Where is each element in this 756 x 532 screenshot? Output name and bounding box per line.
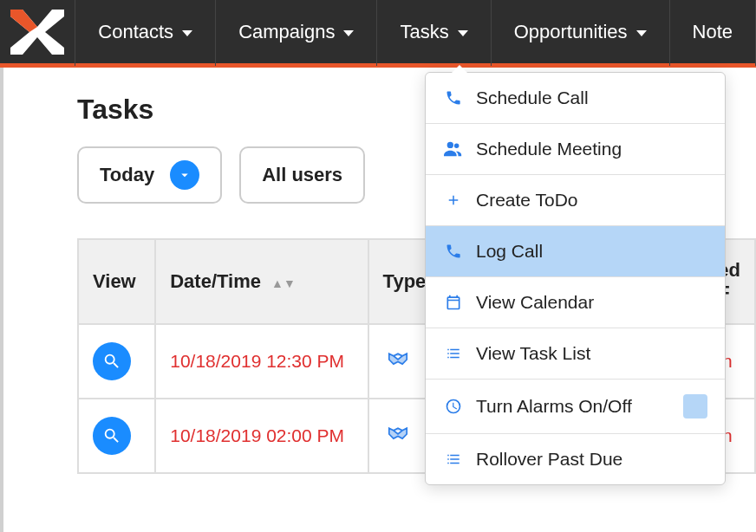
filter-all-users[interactable]: All users [239,146,365,204]
logo-icon [10,10,64,55]
menu-label: Log Call [476,241,543,262]
nav-notes-label: Note [693,21,733,43]
menu-label: Schedule Meeting [476,139,622,159]
search-icon [102,426,121,445]
clock-icon [443,398,464,415]
search-icon [102,352,121,371]
nav-contacts[interactable]: Contacts [75,0,215,66]
caret-down-icon [458,30,468,36]
main-nav: Contacts Campaigns Tasks Opportunities N… [75,0,756,66]
nav-opportunities[interactable]: Opportunities [491,0,669,66]
calendar-icon [443,294,464,311]
filter-today[interactable]: Today [77,146,222,204]
menu-schedule-call[interactable]: Schedule Call [426,73,725,124]
top-nav-bar: Contacts Campaigns Tasks Opportunities N… [0,0,756,68]
plus-icon [443,192,464,208]
caret-down-icon [182,30,192,36]
filter-all-users-label: All users [262,164,342,186]
menu-label: Schedule Call [476,88,589,108]
datetime-value: 10/18/2019 02:00 PM [170,425,344,445]
logo [0,0,75,66]
users-icon [443,140,464,158]
caret-down-icon [636,30,647,36]
svg-marker-1 [10,10,37,32]
handshake-icon [383,356,413,376]
menu-label: Rollover Past Due [476,449,622,470]
phone-icon [443,243,464,260]
menu-rollover[interactable]: Rollover Past Due [426,434,725,484]
menu-label: View Calendar [476,292,594,313]
menu-label: Create ToDo [476,190,578,211]
menu-view-task-list[interactable]: View Task List [426,328,725,380]
menu-turn-alarms[interactable]: Turn Alarms On/Off [426,380,725,434]
nav-opportunities-label: Opportunities [514,21,628,43]
menu-view-calendar[interactable]: View Calendar [426,277,725,328]
list-icon [443,451,464,467]
chevron-down-icon [170,160,199,190]
col-datetime[interactable]: Date/Time ▲▼ [155,239,368,324]
tasks-dropdown-menu: Schedule Call Schedule Meeting Create To… [425,72,726,485]
view-button[interactable] [93,342,131,380]
alarm-toggle-checkbox[interactable] [683,394,707,418]
sort-icon: ▲▼ [271,276,296,290]
menu-log-call[interactable]: Log Call [426,226,725,277]
filter-today-label: Today [100,164,154,186]
list-icon [443,346,464,361]
view-button[interactable] [93,417,131,455]
datetime-value: 10/18/2019 12:30 PM [170,351,344,371]
nav-campaigns[interactable]: Campaigns [215,0,376,66]
menu-schedule-meeting[interactable]: Schedule Meeting [426,124,725,175]
col-view: View [78,239,155,324]
handshake-icon [383,431,413,451]
nav-tasks[interactable]: Tasks [376,0,490,66]
nav-campaigns-label: Campaigns [238,21,335,43]
menu-label: View Task List [476,343,590,364]
nav-tasks-label: Tasks [400,21,448,43]
menu-create-todo[interactable]: Create ToDo [426,175,725,226]
caret-down-icon [343,30,354,36]
nav-contacts-label: Contacts [98,21,173,43]
menu-label: Turn Alarms On/Off [476,396,632,417]
nav-notes[interactable]: Note [669,0,756,66]
phone-icon [443,89,464,107]
